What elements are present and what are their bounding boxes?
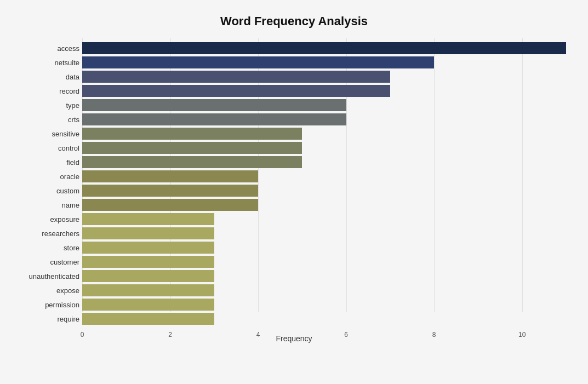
bar [82, 85, 390, 97]
bar-label: exposure [11, 215, 79, 223]
bar-row: control [82, 141, 566, 155]
bar-label: require [11, 315, 79, 323]
bar-row: data [82, 70, 566, 84]
bar [82, 156, 302, 168]
bar [82, 128, 302, 140]
x-tick: 2 [162, 331, 179, 339]
bar-label: expose [11, 286, 79, 295]
bar [82, 185, 258, 197]
bar [82, 256, 214, 268]
bar-label: field [11, 158, 79, 167]
bar-row: store [82, 240, 566, 255]
bar-label: data [11, 73, 79, 81]
bar-label: access [11, 44, 79, 53]
bar [82, 313, 214, 325]
bar-row: customer [82, 255, 566, 269]
bar [82, 56, 434, 68]
bar-row: researchers [82, 226, 566, 240]
bar-row: expose [82, 283, 566, 297]
x-tick: 0 [74, 331, 90, 339]
bar-label: crts [11, 116, 79, 124]
bars-wrapper: accessnetsuitedatarecordtypecrtssensitiv… [82, 38, 566, 329]
bar-label: custom [11, 187, 79, 195]
bar-label: name [11, 201, 79, 209]
bar-label: netsuite [11, 59, 79, 67]
bar-label: oracle [11, 173, 79, 181]
bar-label: store [11, 244, 79, 252]
bar [82, 142, 302, 154]
bar-row: oracle [82, 169, 566, 184]
bar-row: unauthenticated [82, 269, 566, 283]
bar-label: control [11, 144, 79, 152]
bar [82, 227, 214, 239]
bar-row: name [82, 198, 566, 212]
bar-row: permission [82, 297, 566, 312]
bar-row: require [82, 312, 566, 326]
bar-label: researchers [11, 230, 79, 238]
bar-row: sensitive [82, 127, 566, 141]
bar [82, 299, 214, 311]
chart-container: Word Frequency Analysis accessnetsuiteda… [0, 0, 588, 384]
bar-row: custom [82, 184, 566, 198]
bar-label: record [11, 87, 79, 95]
bar [82, 71, 390, 83]
chart-area: accessnetsuitedatarecordtypecrtssensitiv… [11, 38, 577, 340]
bar [82, 170, 258, 182]
bar [82, 42, 566, 54]
x-tick: 8 [426, 331, 442, 339]
bar [82, 213, 214, 225]
chart-title: Word Frequency Analysis [11, 11, 577, 28]
bar-row: netsuite [82, 55, 566, 70]
bar [82, 199, 258, 211]
plot-area: accessnetsuitedatarecordtypecrtssensitiv… [82, 38, 566, 329]
bar [82, 270, 214, 282]
bar-row: exposure [82, 212, 566, 226]
bar-label: sensitive [11, 130, 79, 138]
bar-row: type [82, 98, 566, 112]
bar-row: crts [82, 112, 566, 127]
bar-label: customer [11, 258, 79, 266]
x-tick: 10 [514, 331, 530, 339]
bar-label: type [11, 101, 79, 110]
bar [82, 242, 214, 254]
x-tick: 4 [250, 331, 266, 339]
bar-label: unauthenticated [11, 272, 79, 280]
bar [82, 113, 346, 125]
x-tick: 6 [338, 331, 355, 339]
bar-row: field [82, 155, 566, 169]
bar [82, 99, 346, 111]
x-axis-label: Frequency [11, 334, 577, 343]
bar-label: permission [11, 301, 79, 309]
bar-row: access [82, 41, 566, 55]
bar [82, 284, 214, 296]
bar-row: record [82, 84, 566, 98]
